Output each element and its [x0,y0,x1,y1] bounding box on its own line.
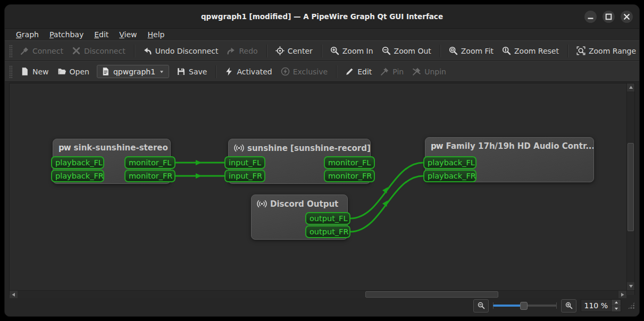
node-title-text: sink-sunshine-stereo [74,143,168,153]
edit-label: Edit [357,67,372,76]
stream-icon [257,199,267,209]
patchbay-select-value: qpwgraph1 [113,67,155,76]
port-output[interactable]: output_FL [305,212,350,225]
zoom-range-button[interactable]: Zoom Range [572,44,640,57]
horizontal-scroll-thumb[interactable] [365,291,498,298]
zoom-out-icon [382,46,391,55]
connect-icon [20,46,29,55]
zoom-in-button[interactable]: Zoom In [326,44,378,57]
new-button[interactable]: New [16,65,53,78]
zoom-value[interactable]: 110 % [581,299,612,312]
statusbar-zoom-out-button[interactable] [473,299,489,312]
center-label: Center [288,47,313,55]
save-icon [177,67,186,76]
zoom-reset-button[interactable]: Zoom Reset [498,44,563,57]
zoom-range-icon [576,46,586,55]
node-title-text: Discord Output [270,199,338,209]
save-button[interactable]: Save [172,65,211,78]
menu-edit[interactable]: Edit [89,30,113,39]
zoom-spinners [612,299,621,312]
zoom-spin-up-button[interactable] [612,300,621,306]
graph-canvas[interactable]: pw sink-sunshine-stereo playback_FL play… [10,83,626,290]
maximize-icon [604,12,613,21]
zoom-fit-icon [449,46,458,55]
port-output[interactable]: output_FR [305,225,350,238]
minimize-button[interactable] [584,11,597,23]
new-label: New [32,67,49,76]
slider-knob[interactable] [520,302,528,310]
disconnect-icon [72,46,81,55]
zoom-out-button[interactable]: Zoom Out [378,44,436,57]
menu-view[interactable]: View [114,30,141,39]
node-title-text: Family 17h/19h HD Audio Contr... [446,141,593,151]
zoom-slider[interactable] [493,300,557,311]
node-title: Discord Output [252,195,347,213]
open-button[interactable]: Open [53,65,94,78]
unpin-icon [412,67,421,76]
maximize-button[interactable] [603,11,615,23]
patchbay-select[interactable]: qpwgraph1 [97,65,169,78]
node-title: pw sink-sunshine-stereo [53,139,170,156]
center-button[interactable]: Center [271,44,317,57]
file-icon [101,67,110,76]
toolbar-separator [215,65,216,78]
undo-icon [143,46,152,55]
node-title: pw Family 17h/19h HD Audio Contr... [425,138,593,155]
port-input[interactable]: input_FR [224,170,265,182]
zoom-in-icon [565,302,573,309]
zoom-spin-down-button[interactable] [612,306,621,312]
exclusive-icon [281,67,290,76]
scroll-up-button[interactable] [627,83,634,91]
titlebar[interactable]: qpwgraph1 [modified] — A PipeWire Graph … [5,5,639,29]
toolbar-separator [134,45,135,57]
redo-button: Redo [222,44,262,57]
scroll-down-button[interactable] [627,282,634,290]
unpin-button: Unpin [408,65,450,78]
minimize-icon [586,12,595,21]
menubar: Graph Patchbay Edit View Help [5,29,639,40]
port-output[interactable]: monitor_FL [324,156,375,169]
open-label: Open [70,67,89,76]
port-output[interactable]: monitor_FR [324,170,375,182]
window-resize-grip[interactable] [628,302,635,309]
save-label: Save [189,67,207,76]
horizontal-scrollbar[interactable] [10,290,626,298]
port-input[interactable]: playback_FL [51,156,104,169]
activated-toggle[interactable]: Activated [220,65,276,78]
toolbar-drag-handle[interactable] [9,65,13,78]
toolbar-separator [440,45,440,57]
vertical-scroll-thumb[interactable] [628,143,634,231]
port-input[interactable]: playback_FR [423,170,476,182]
menu-help[interactable]: Help [143,30,170,39]
statusbar-zoom-in-button[interactable] [561,299,576,312]
close-icon [622,12,631,21]
zoom-fit-button[interactable]: Zoom Fit [445,44,498,57]
port-output[interactable]: monitor_FR [124,170,175,182]
graph-toolbar: Connect Disconnect Undo Disconnect Redo … [5,40,639,61]
port-input[interactable]: playback_FR [51,170,104,182]
new-file-icon [20,67,29,76]
menu-patchbay[interactable]: Patchbay [45,30,88,39]
arrow-down-icon [629,284,633,289]
unpin-label: Unpin [424,67,446,76]
port-input[interactable]: input_FL [224,156,265,169]
zoom-in-label: Zoom In [342,47,373,55]
activated-label: Activated [237,67,272,76]
toolbar-separator [567,45,568,57]
port-output[interactable]: monitor_FL [124,156,175,169]
wire-arrowhead [196,160,202,165]
scroll-right-button[interactable] [618,291,626,298]
menu-graph[interactable]: Graph [11,30,44,39]
central-area: pw sink-sunshine-stereo playback_FL play… [5,82,639,295]
scroll-left-button[interactable] [10,291,18,298]
toolbar-separator [266,45,267,57]
arrow-down-icon [615,308,618,310]
undo-button[interactable]: Undo Disconnect [139,44,223,57]
close-button[interactable] [621,11,633,23]
vertical-scrollbar[interactable] [626,83,634,290]
toolbar-drag-handle[interactable] [9,45,13,57]
zoom-spinbox: 110 % [581,299,621,312]
edit-button[interactable]: Edit [341,65,376,78]
toolbar-separator [336,65,337,78]
port-input[interactable]: playback_FL [423,156,476,169]
